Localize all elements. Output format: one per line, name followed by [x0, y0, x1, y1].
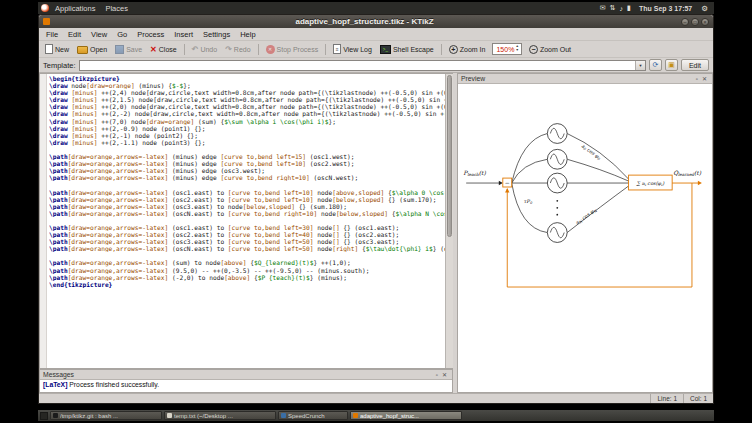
code-line: [49, 146, 445, 153]
code-line: \path[draw=orange,arrows=-latex] (minus)…: [49, 167, 445, 174]
places-menu[interactable]: Places: [101, 4, 132, 13]
preview-panel: Preview ▫ ✕: [457, 73, 713, 393]
code-line: \draw [minus] ++(2,0) node[draw,circle,t…: [49, 103, 445, 110]
menu-help[interactable]: Help: [235, 30, 260, 39]
mail-indicator-icon[interactable]: ✉: [598, 4, 608, 12]
menu-file[interactable]: File: [41, 30, 63, 39]
minimize-button[interactable]: –: [681, 18, 689, 26]
close-panel-icon[interactable]: ✕: [700, 75, 709, 82]
toolbar-button-label: Zoom Out: [540, 46, 571, 53]
code-area[interactable]: \begin{tikzpicture}\draw node[draw=orang…: [47, 74, 445, 368]
taskbar-item-label: temp.txt (~/Desktop ...: [174, 413, 233, 419]
output-arrowhead: [698, 181, 702, 185]
input-label: Pteach(t): [463, 169, 486, 177]
message-prefix: [LaTeX]: [43, 381, 67, 388]
volume-icon[interactable]: ♪: [618, 5, 626, 12]
template-edit-button[interactable]: Edit: [681, 59, 709, 71]
folder-icon: ▣: [668, 61, 675, 69]
template-bar: Template: ▼ ⟳ ▣ Edit: [39, 57, 713, 72]
window-title: adaptive_hopf_structure.tikz - KTikZ: [50, 17, 679, 26]
reload-icon: ⟳: [653, 61, 659, 69]
menu-view[interactable]: View: [86, 30, 112, 39]
code-line: \draw [minus] ++(2,1.5) node[draw,circle…: [49, 96, 445, 103]
zoom-spinner[interactable]: ▲▼: [514, 45, 519, 53]
maximize-button[interactable]: □: [691, 18, 699, 26]
show-desktop-icon[interactable]: [40, 412, 48, 420]
toolbar-button-label: Save: [126, 46, 142, 53]
new-button[interactable]: New: [42, 43, 72, 55]
window-icon: [43, 18, 50, 25]
open-icon: [77, 46, 88, 54]
zoomout-button[interactable]: −Zoom Out: [526, 44, 574, 55]
titlebar[interactable]: adaptive_hopf_structure.tikz - KTikZ – □…: [39, 15, 713, 28]
toolbar-separator: [325, 44, 326, 55]
menu-settings[interactable]: Settings: [198, 30, 235, 39]
menu-insert[interactable]: Insert: [169, 30, 198, 39]
undo-button: ↶Undo: [189, 44, 220, 55]
spin-down-icon[interactable]: ▼: [515, 49, 518, 53]
menu-process[interactable]: Process: [132, 30, 169, 39]
close-button[interactable]: ✕Close: [147, 44, 180, 55]
menu-edit[interactable]: Edit: [63, 30, 86, 39]
applications-menu[interactable]: Applications: [51, 4, 99, 13]
redo-button: ↷Redo: [222, 44, 253, 55]
viewlog-icon: ≡: [333, 44, 341, 54]
code-line: [49, 217, 445, 224]
code-editor[interactable]: \begin{tikzpicture}\draw node[draw=orang…: [39, 73, 453, 369]
taskbar-item[interactable]: /tmp/ktikz.git : bash ...: [50, 411, 162, 420]
template-reload-button[interactable]: ⟳: [649, 59, 662, 71]
code-line: \path[draw=orange,arrows=-latex] (sum) t…: [49, 259, 445, 266]
code-line: \draw [minus] ++(2,4) node[draw,circle,t…: [49, 89, 445, 96]
code-line: \path[draw=orange,arrows=-latex] (osc2.e…: [49, 196, 445, 203]
code-line: \path[draw=orange,arrows=-latex] (9.5,0)…: [49, 267, 445, 274]
network-icon[interactable]: ⇅: [608, 4, 618, 12]
close-window-button[interactable]: ×: [701, 18, 709, 26]
toolbar-button-label: Zoom In: [460, 46, 486, 53]
toolbar-button-label: Close: [159, 46, 177, 53]
toolbar-separator: [441, 44, 442, 55]
chevron-down-icon[interactable]: ▼: [635, 61, 645, 70]
shell-button[interactable]: >_Shell Escape: [377, 44, 437, 55]
code-line: \draw [minus] ++(2,-1.1) node (point3) {…: [49, 139, 445, 146]
messages-header: Messages ▫ ✕: [40, 370, 452, 380]
battery-icon[interactable]: ▮: [625, 4, 633, 12]
zoom-level-value: 150%: [496, 46, 514, 53]
editor-scrollbar-thumb[interactable]: [447, 75, 452, 237]
taskbar-item[interactable]: temp.txt (~/Desktop ...: [164, 411, 276, 420]
editor-scrollbar[interactable]: [445, 74, 453, 368]
zoomin-button[interactable]: +Zoom In: [446, 44, 489, 55]
editor-icon-border: [40, 74, 47, 368]
main-area: \begin{tikzpicture}\draw node[draw=orang…: [39, 72, 713, 393]
output-label: Qlearned(t): [673, 169, 702, 177]
redo-icon: ↷: [225, 45, 232, 54]
template-folder-button[interactable]: ▣: [665, 59, 678, 71]
close-panel-icon[interactable]: ✕: [440, 371, 449, 378]
code-line: \path[draw=orange,arrows=-latex] (oscN.e…: [49, 245, 445, 252]
clock[interactable]: Thu Sep 3 17:57: [635, 5, 696, 12]
code-line: \path[draw=orange,arrows=-latex] (minus)…: [49, 160, 445, 167]
toolbar-button-label: Redo: [234, 46, 251, 53]
taskbar-item[interactable]: SpeedCrunch: [278, 411, 348, 420]
toolbar-button-label: Undo: [200, 46, 217, 53]
code-line: \draw [minus] ++(2,-0.9) node (point1) {…: [49, 125, 445, 132]
menu-go[interactable]: Go: [112, 30, 132, 39]
terminal-icon: [53, 413, 58, 418]
zoom-level-combo[interactable]: 150%▲▼: [492, 43, 521, 55]
taskbar-item-label: adaptive_hopf_struc...: [360, 413, 419, 419]
toolbar-separator: [258, 44, 259, 55]
session-power-icon[interactable]: ⚙: [698, 4, 711, 13]
template-combo[interactable]: ▼: [79, 60, 646, 71]
open-button[interactable]: Open: [74, 43, 110, 55]
viewlog-button[interactable]: ≡View Log: [330, 43, 375, 55]
close-icon: ✕: [150, 45, 157, 54]
feedback-arrowhead: [505, 188, 509, 192]
save-icon: [115, 45, 124, 54]
ubuntu-logo-icon[interactable]: [41, 4, 49, 12]
taskbar-item[interactable]: adaptive_hopf_struc...: [350, 411, 462, 420]
code-line: \begin{tikzpicture}: [49, 75, 445, 82]
code-line: \path[draw=orange,arrows=-latex] (minus)…: [49, 174, 445, 181]
messages-body: [LaTeX] Process finished successfully.: [40, 380, 452, 392]
stop-button: ✕Stop Process: [263, 44, 322, 55]
code-line: \path[draw=orange,arrows=-latex] (-2,0) …: [49, 274, 445, 281]
text-editor-icon: [167, 413, 172, 418]
